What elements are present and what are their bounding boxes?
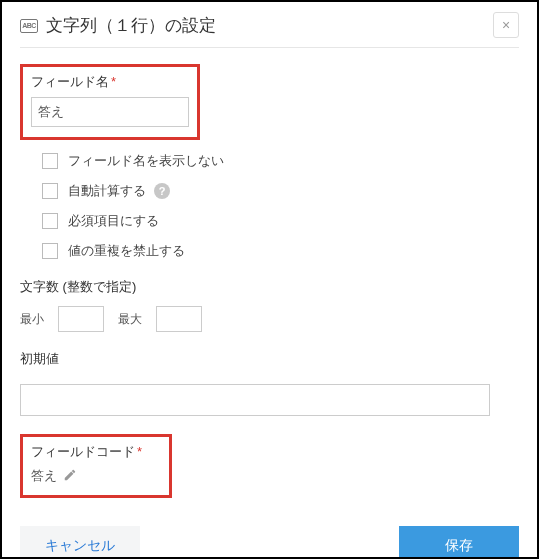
field-code-label: フィールドコード* — [31, 443, 161, 461]
field-code-group: フィールドコード* 答え — [20, 434, 172, 498]
max-label: 最大 — [118, 311, 142, 328]
auto-calc-option[interactable]: 自動計算する ? — [42, 182, 519, 200]
save-button[interactable]: 保存 — [399, 526, 519, 559]
min-label: 最小 — [20, 311, 44, 328]
dialog-header: ABC 文字列（１行）の設定 × — [20, 2, 519, 48]
checkbox-icon[interactable] — [42, 183, 58, 199]
checkbox-icon[interactable] — [42, 213, 58, 229]
checkbox-icon[interactable] — [42, 153, 58, 169]
required-text: 必須項目にする — [68, 212, 159, 230]
unique-option[interactable]: 値の重複を禁止する — [42, 242, 519, 260]
initial-value-input[interactable] — [20, 384, 490, 416]
checkbox-icon[interactable] — [42, 243, 58, 259]
initial-value-label: 初期値 — [20, 350, 519, 368]
field-name-input[interactable] — [31, 97, 189, 127]
char-count-row: 最小 最大 — [20, 306, 519, 332]
field-code-value: 答え — [31, 467, 57, 485]
text-field-icon: ABC — [20, 19, 38, 33]
min-input[interactable] — [58, 306, 104, 332]
close-button[interactable]: × — [493, 12, 519, 38]
unique-text: 値の重複を禁止する — [68, 242, 185, 260]
field-name-group: フィールド名* — [20, 64, 200, 140]
dialog-footer: キャンセル 保存 — [20, 526, 519, 559]
help-icon[interactable]: ? — [154, 183, 170, 199]
char-count-label: 文字数 (整数で指定) — [20, 278, 519, 296]
auto-calc-text: 自動計算する — [68, 182, 146, 200]
cancel-button[interactable]: キャンセル — [20, 526, 140, 559]
hide-label-text: フィールド名を表示しない — [68, 152, 224, 170]
field-name-label: フィールド名* — [31, 73, 189, 91]
edit-icon[interactable] — [63, 468, 77, 485]
close-icon: × — [502, 17, 510, 33]
max-input[interactable] — [156, 306, 202, 332]
dialog-title: 文字列（１行）の設定 — [46, 14, 216, 37]
required-option[interactable]: 必須項目にする — [42, 212, 519, 230]
hide-label-option[interactable]: フィールド名を表示しない — [42, 152, 519, 170]
